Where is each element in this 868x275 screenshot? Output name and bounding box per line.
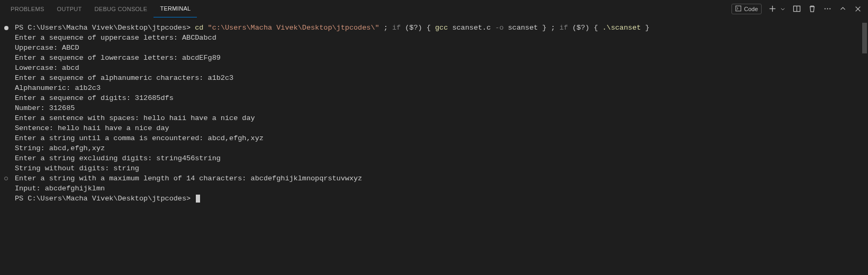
terminal-cursor xyxy=(196,195,200,203)
terminal-content: PS C:\Users\Macha Vivek\Desktop\jtpcodes… xyxy=(5,23,866,204)
terminal-line: PS C:\Users\Macha Vivek\Desktop\jtpcodes… xyxy=(15,194,866,204)
kill-terminal-icon[interactable] xyxy=(807,4,817,14)
maximize-panel-icon[interactable] xyxy=(838,4,847,14)
launch-profile-button[interactable]: Code xyxy=(731,4,762,14)
terminal-line: Sentence: hello haii have a nice day xyxy=(15,123,866,133)
tab-output[interactable]: OUTPUT xyxy=(51,0,88,17)
terminal-line: Enter a sequence of uppercase letters: A… xyxy=(15,33,866,43)
svg-point-6 xyxy=(827,8,828,9)
terminal-line: Enter a string excluding digits: string4… xyxy=(15,153,866,163)
terminal-line: String without digits: string xyxy=(15,163,866,173)
terminal-line: Enter a sequence of digits: 312685dfs xyxy=(15,93,866,103)
terminal-line: Enter a sequence of lowercase letters: a… xyxy=(15,53,866,63)
task-status-dot xyxy=(4,177,8,180)
chevron-down-icon[interactable] xyxy=(780,4,786,14)
cmd-token: ($?) { xyxy=(401,24,435,32)
terminal-line: Input: abcdefghijklmn xyxy=(15,184,866,194)
cmd-token: if xyxy=(559,24,568,32)
cmd-token: cd xyxy=(195,24,203,32)
cmd-token: ; xyxy=(379,24,392,32)
tab-debug-console[interactable]: DEBUG CONSOLE xyxy=(88,0,154,17)
launch-profile-icon xyxy=(735,5,742,13)
terminal-line: Number: 312685 xyxy=(15,103,866,113)
cmd-token: scanset.c xyxy=(448,24,495,32)
cmd-token: "c:\Users\Macha Vivek\Desktop\jtpcodes\" xyxy=(208,24,379,32)
tab-terminal[interactable]: TERMINAL xyxy=(153,0,197,17)
cmd-token: scanset } xyxy=(504,24,551,32)
cmd-token: ; xyxy=(551,24,559,32)
more-actions-icon[interactable] xyxy=(822,4,832,14)
panel-tabs: PROBLEMS OUTPUT DEBUG CONSOLE TERMINAL C… xyxy=(0,0,868,17)
prompt-text: PS C:\Users\Macha Vivek\Desktop\jtpcodes… xyxy=(15,24,195,32)
terminal-line: Enter a sequence of alphanumeric charact… xyxy=(15,73,866,83)
terminal-line: Uppercase: ABCD xyxy=(15,43,866,53)
cmd-token: ($?) { xyxy=(568,24,602,32)
tab-problems[interactable]: PROBLEMS xyxy=(4,0,51,17)
terminal-line: Lowercase: abcd xyxy=(15,63,866,73)
panel-toolbar: Code xyxy=(731,0,863,17)
cmd-token: gcc xyxy=(435,24,448,32)
terminal-line: Enter a string with a maximum length of … xyxy=(15,173,866,184)
svg-rect-0 xyxy=(736,6,741,11)
prompt-text: PS C:\Users\Macha Vivek\Desktop\jtpcodes… xyxy=(15,195,195,203)
terminal-line: String: abcd,efgh,xyz xyxy=(15,143,866,153)
task-status-dot xyxy=(4,26,8,30)
cmd-token: .\scanset xyxy=(602,24,641,32)
terminal-line: Enter a string until a comma is encounte… xyxy=(15,133,866,143)
svg-point-7 xyxy=(829,8,830,9)
terminal-body[interactable]: PS C:\Users\Macha Vivek\Desktop\jtpcodes… xyxy=(0,17,868,204)
terminal-line: Enter a sentence with spaces: hello haii… xyxy=(15,113,866,123)
cmd-token: } xyxy=(641,24,649,32)
launch-profile-label: Code xyxy=(744,6,758,12)
cmd-token: if xyxy=(392,24,401,32)
cmd-token: -o xyxy=(495,24,503,32)
split-terminal-icon[interactable] xyxy=(792,4,801,14)
svg-point-5 xyxy=(824,8,825,9)
vertical-scrollbar[interactable] xyxy=(862,23,867,53)
terminal-line: PS C:\Users\Macha Vivek\Desktop\jtpcodes… xyxy=(15,23,866,33)
new-terminal-icon[interactable] xyxy=(767,4,777,14)
close-panel-icon[interactable] xyxy=(853,4,863,14)
terminal-line: Alphanumeric: a1b2c3 xyxy=(15,83,866,93)
